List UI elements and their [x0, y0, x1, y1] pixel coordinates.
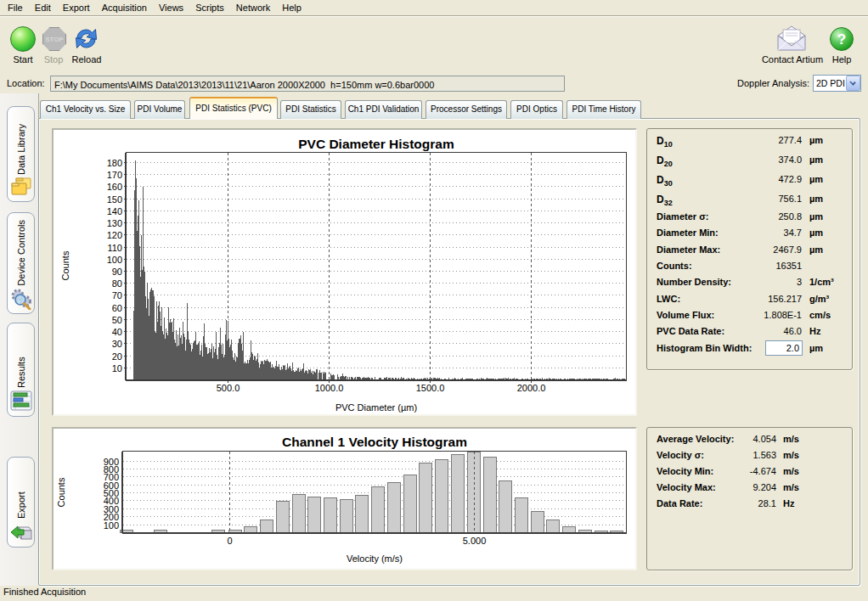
reload-icon[interactable]: [72, 25, 101, 53]
gears-icon: [10, 288, 32, 310]
stat-unit: cm/s: [809, 310, 831, 320]
svg-text:20: 20: [112, 351, 122, 362]
tab-processor-settings[interactable]: Processor Settings: [426, 100, 507, 119]
stat-label: Volume Flux:: [657, 310, 714, 320]
bar-chart-icon: [10, 390, 32, 412]
chart2-title: Channel 1 Velocity Histogram: [282, 435, 467, 449]
stat-label: D20: [657, 154, 673, 168]
stat-row: D20374.0µm: [647, 154, 852, 170]
menu-file[interactable]: File: [7, 0, 24, 15]
menu-export[interactable]: Export: [62, 0, 91, 15]
doppler-analysis-select[interactable]: 2D PDI: [813, 75, 861, 92]
tab-ch1-velocity-vs-size[interactable]: Ch1 Velocity vs. Size: [40, 100, 131, 119]
svg-text:500.0: 500.0: [217, 383, 240, 393]
stat-label: D30: [657, 174, 673, 188]
reload-button-label[interactable]: Reload: [66, 54, 107, 65]
stat-label: Histogram Bin Width:: [657, 343, 752, 353]
tab-pdi-statistics[interactable]: PDI Statistics: [280, 100, 341, 119]
location-input[interactable]: [50, 76, 565, 92]
stat-label: Diameter Max:: [657, 244, 720, 255]
svg-text:110: 110: [107, 243, 122, 253]
svg-text:60: 60: [112, 303, 122, 313]
sidebar-item-data-library[interactable]: Data Library: [7, 106, 35, 202]
stat-value: 756.1: [724, 194, 802, 204]
menu-network[interactable]: Network: [235, 0, 271, 15]
svg-text:10: 10: [112, 363, 122, 374]
doppler-dropdown-button[interactable]: [846, 76, 860, 91]
histogram-bin-width-input[interactable]: [765, 340, 803, 356]
stat-row: Diameter Max:2467.9µm: [647, 244, 852, 260]
sidebar-item-export[interactable]: Export: [7, 457, 35, 548]
menu-scripts[interactable]: Scripts: [194, 0, 225, 15]
stat-unit: µm: [809, 174, 823, 184]
stat-label: Diameter Min:: [657, 227, 719, 238]
stat-value: 16351: [724, 261, 802, 271]
chart1-title: PVC Diameter Histogram: [298, 137, 454, 151]
stat-label: Data Rate:: [657, 498, 702, 508]
svg-text:100: 100: [107, 255, 122, 265]
menu-edit[interactable]: Edit: [34, 0, 52, 15]
stat-unit: µm: [809, 211, 823, 222]
svg-text:0: 0: [227, 536, 232, 546]
stat-label: Diameter σ:: [657, 211, 708, 222]
sidebar-item-results[interactable]: Results: [7, 323, 35, 417]
svg-text:1000.0: 1000.0: [315, 383, 344, 393]
stat-value: 1.563: [698, 450, 776, 460]
svg-text:90: 90: [112, 267, 122, 277]
stat-row: Velocity σ:1.563m/s: [647, 450, 852, 465]
svg-text:150: 150: [107, 194, 122, 205]
tab-ch1-pdi-validation[interactable]: Ch1 PDI Validation: [345, 100, 422, 119]
export-icon: [10, 520, 32, 542]
tabstrip-left-edge: [38, 93, 39, 118]
stat-value: 4.054: [698, 434, 776, 444]
left-sidebar: Data Library Device Controls Results: [0, 93, 38, 586]
chart2-ylabel: Counts: [56, 477, 66, 507]
stat-unit: µm: [809, 154, 823, 165]
doppler-analysis-label: Doppler Analysis:: [703, 78, 809, 88]
tab-pdi-optics[interactable]: PDI Optics: [510, 100, 563, 119]
tab-pdi-volume[interactable]: PDI Volume: [134, 100, 185, 119]
menu-help[interactable]: Help: [281, 0, 302, 15]
folders-icon: [10, 177, 32, 197]
svg-text:40: 40: [112, 327, 122, 337]
stat-value: 9.204: [698, 482, 776, 492]
stat-unit: g/m³: [809, 294, 829, 304]
menu-acquisition[interactable]: Acquisition: [101, 0, 148, 15]
help-icon[interactable]: ?: [830, 27, 854, 51]
stat-row: Data Rate:28.1Hz: [647, 498, 852, 514]
velocity-histogram-panel: 10020030040050060070080090005.000 Channe…: [52, 427, 637, 570]
tab-pdi-statistics-pvc-[interactable]: PDI Statistics (PVC): [189, 97, 278, 119]
stat-label: LWC:: [657, 294, 680, 304]
stat-row: LWC:156.217g/m³: [647, 294, 852, 309]
stat-value: -4.674: [698, 466, 776, 476]
sidebar-label-device-controls: Device Controls: [16, 220, 26, 288]
stat-label: Velocity σ:: [657, 450, 704, 460]
help-button-label[interactable]: Help: [825, 54, 859, 65]
stat-unit: Hz: [783, 498, 794, 508]
svg-text:30: 30: [112, 339, 122, 349]
menu-views[interactable]: Views: [158, 0, 184, 15]
stat-unit: µm: [809, 244, 823, 255]
contact-artium-icon[interactable]: [775, 24, 808, 53]
stat-unit: µm: [809, 227, 823, 238]
svg-text:70: 70: [112, 290, 122, 300]
stat-value: 277.4: [724, 135, 802, 145]
svg-text:130: 130: [107, 218, 122, 228]
sidebar-item-device-controls[interactable]: Device Controls: [7, 212, 35, 314]
stat-label: Counts:: [657, 261, 692, 271]
location-label: Location:: [7, 78, 45, 88]
pvc-diameter-histogram-panel: 1020304050607080901001101201301401501601…: [52, 128, 637, 416]
contact-artium-label[interactable]: Contact Artium: [756, 54, 829, 65]
stat-value: 156.217: [724, 294, 802, 304]
tab-pdi-time-history[interactable]: PDI Time History: [566, 100, 641, 119]
stat-row: D30472.9µm: [647, 174, 852, 189]
svg-text:160: 160: [107, 182, 122, 192]
svg-text:80: 80: [112, 278, 122, 289]
stat-value: 34.7: [724, 227, 802, 238]
stat-value: 28.1: [698, 498, 776, 508]
sidebar-label-export: Export: [16, 464, 26, 520]
stat-row: PVC Data Rate:46.0Hz: [647, 326, 852, 341]
svg-text:1500.0: 1500.0: [416, 383, 445, 393]
start-icon[interactable]: [10, 26, 36, 52]
svg-text:120: 120: [107, 230, 122, 240]
